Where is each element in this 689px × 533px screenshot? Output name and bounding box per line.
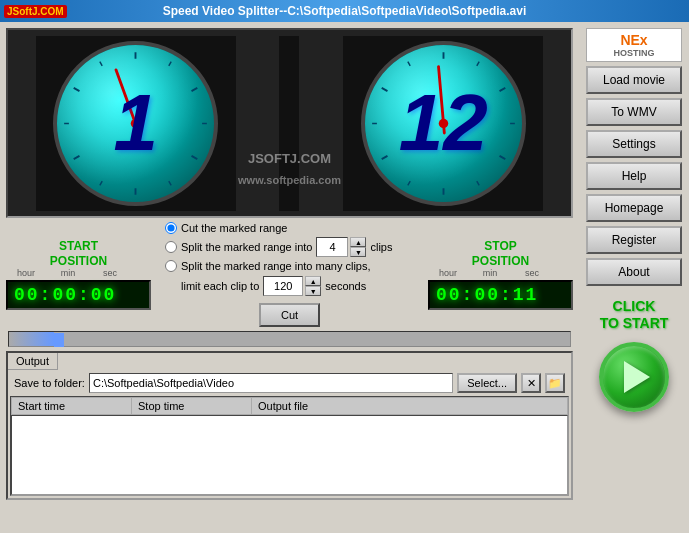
seconds-input[interactable] bbox=[263, 276, 303, 296]
output-section: Output Save to folder: Select... ✕ 📁 Sta… bbox=[6, 351, 573, 500]
center-divider bbox=[279, 36, 299, 211]
to-wmv-button[interactable]: To WMV bbox=[586, 98, 682, 126]
clear-button[interactable]: ✕ bbox=[521, 373, 541, 393]
right-panel: NEx HOSTING Load movie To WMV Settings H… bbox=[579, 22, 689, 533]
svg-line-7 bbox=[100, 181, 102, 185]
svg-line-22 bbox=[381, 155, 387, 158]
output-table-header: Start time Stop time Output file bbox=[12, 398, 568, 415]
select-folder-button[interactable]: Select... bbox=[457, 373, 517, 393]
play-button[interactable] bbox=[599, 342, 669, 412]
slider-thumb[interactable] bbox=[54, 333, 64, 347]
save-folder-row: Save to folder: Select... ✕ 📁 bbox=[8, 370, 571, 396]
stop-clock-container: 12 bbox=[343, 36, 543, 211]
start-clock-number: 1 bbox=[114, 77, 159, 169]
svg-line-11 bbox=[100, 61, 102, 65]
controls-row: START POSITION hour min sec 00:00:00 Cut… bbox=[6, 222, 573, 327]
svg-line-15 bbox=[476, 61, 478, 65]
svg-line-18 bbox=[499, 155, 505, 158]
svg-line-2 bbox=[192, 87, 198, 90]
svg-line-24 bbox=[381, 87, 387, 90]
clips-down-arrow[interactable]: ▼ bbox=[350, 247, 366, 257]
option-cut-range-radio[interactable] bbox=[165, 222, 177, 234]
output-table: Start time Stop time Output file bbox=[11, 397, 568, 415]
output-table-body bbox=[11, 415, 568, 495]
start-label: START POSITION bbox=[6, 239, 151, 268]
svg-line-8 bbox=[74, 155, 80, 158]
hosting-logo: NEx HOSTING bbox=[586, 28, 682, 62]
svg-line-16 bbox=[499, 87, 505, 90]
option-split-many[interactable]: Split the marked range into many clips, … bbox=[165, 260, 414, 296]
svg-line-5 bbox=[169, 181, 171, 185]
register-button[interactable]: Register bbox=[586, 226, 682, 254]
about-button[interactable]: About bbox=[586, 258, 682, 286]
start-clock-container: 1 bbox=[36, 36, 236, 211]
nex-text: NEx bbox=[590, 32, 678, 48]
start-position-block: START POSITION hour min sec 00:00:00 bbox=[6, 239, 151, 310]
video-area: 1 bbox=[6, 28, 573, 218]
start-clock-face: 1 bbox=[53, 41, 218, 206]
hosting-text: HOSTING bbox=[590, 48, 678, 58]
svg-line-10 bbox=[74, 87, 80, 90]
svg-line-19 bbox=[476, 181, 478, 185]
load-movie-button[interactable]: Load movie bbox=[586, 66, 682, 94]
stop-position-block: STOP POSITION hour min sec 00:00:11 bbox=[428, 239, 573, 310]
svg-line-4 bbox=[192, 155, 198, 158]
title-bar-logo: JSoftJ.COM bbox=[4, 5, 67, 18]
folder-path-input[interactable] bbox=[89, 373, 453, 393]
stop-clock-face: 12 bbox=[361, 41, 526, 206]
clips-arrows: ▲ ▼ bbox=[350, 237, 366, 257]
svg-line-25 bbox=[407, 61, 409, 65]
clips-spinner: ▲ ▼ bbox=[316, 237, 366, 257]
svg-line-21 bbox=[407, 181, 409, 185]
app-logo: JSoftJ.COM bbox=[4, 5, 67, 18]
click-to-start-label: CLICK TO START bbox=[600, 298, 669, 332]
seconds-down-arrow[interactable]: ▼ bbox=[305, 286, 321, 296]
stop-time-labels: hour min sec bbox=[428, 268, 573, 278]
start-time-display[interactable]: 00:00:00 bbox=[6, 280, 151, 310]
option-split-into[interactable]: Split the marked range into ▲ ▼ clips bbox=[165, 237, 414, 257]
stop-clock-number: 12 bbox=[399, 77, 488, 169]
start-time-labels: hour min sec bbox=[6, 268, 151, 278]
save-folder-label: Save to folder: bbox=[14, 377, 85, 389]
seconds-up-arrow[interactable]: ▲ bbox=[305, 276, 321, 286]
left-panel: 1 bbox=[0, 22, 579, 533]
settings-button[interactable]: Settings bbox=[586, 130, 682, 158]
svg-line-1 bbox=[169, 61, 171, 65]
clips-input[interactable] bbox=[316, 237, 348, 257]
option-cut-range[interactable]: Cut the marked range bbox=[165, 222, 414, 234]
title-bar-text: Speed Video Splitter--C:\Softpedia\Softp… bbox=[163, 4, 527, 18]
homepage-button[interactable]: Homepage bbox=[586, 194, 682, 222]
help-button[interactable]: Help bbox=[586, 162, 682, 190]
options-panel: Cut the marked range Split the marked ra… bbox=[157, 222, 422, 327]
cut-button[interactable]: Cut bbox=[259, 303, 320, 327]
play-icon bbox=[624, 361, 650, 393]
col-output-file: Output file bbox=[252, 398, 568, 415]
timeline-slider[interactable] bbox=[8, 331, 571, 347]
col-stop-time: Stop time bbox=[132, 398, 252, 415]
title-bar: JSoftJ.COM Speed Video Splitter--C:\Soft… bbox=[0, 0, 689, 22]
seconds-arrows: ▲ ▼ bbox=[305, 276, 321, 296]
option-split-many-radio[interactable] bbox=[165, 260, 177, 272]
main-container: 1 bbox=[0, 22, 689, 533]
seconds-spinner: ▲ ▼ bbox=[263, 276, 321, 296]
slider-area bbox=[6, 331, 573, 347]
clips-up-arrow[interactable]: ▲ bbox=[350, 237, 366, 247]
open-button[interactable]: 📁 bbox=[545, 373, 565, 393]
stop-label: STOP POSITION bbox=[428, 239, 573, 268]
option-split-into-radio[interactable] bbox=[165, 241, 177, 253]
col-start-time: Start time bbox=[12, 398, 132, 415]
output-tab[interactable]: Output bbox=[8, 353, 58, 370]
stop-time-display[interactable]: 00:00:11 bbox=[428, 280, 573, 310]
output-table-container: Start time Stop time Output file bbox=[10, 396, 569, 496]
